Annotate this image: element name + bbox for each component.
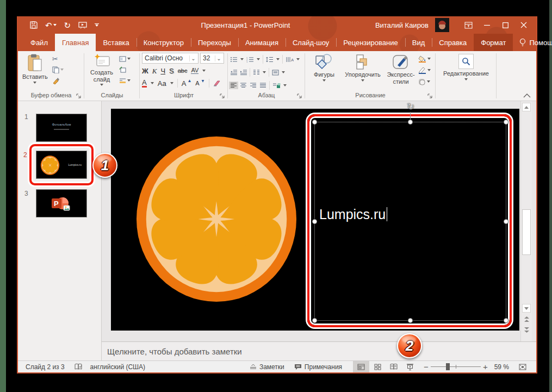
shape-fill-button[interactable]: [418, 55, 431, 63]
slide-sorter-view-button[interactable]: [369, 361, 386, 372]
previous-slide-button[interactable]: [523, 315, 531, 323]
scroll-up-arrow[interactable]: [522, 103, 531, 111]
clear-formatting-icon[interactable]: [213, 80, 221, 86]
scroll-down-arrow[interactable]: [522, 304, 531, 313]
text-direction-icon[interactable]: А: [286, 57, 294, 63]
zoom-slider[interactable]: [431, 361, 481, 372]
slide3-thumbnail[interactable]: P: [36, 189, 87, 217]
ribbon-display-options-icon[interactable]: [459, 18, 477, 32]
tell-me-assistant[interactable]: Помощн: [513, 34, 552, 51]
rotate-handle-icon[interactable]: ↻: [405, 102, 416, 112]
tab-home[interactable]: Главная: [55, 34, 96, 51]
shapes-button[interactable]: Фигуры: [307, 53, 341, 83]
user-avatar[interactable]: [435, 18, 449, 32]
character-spacing-button[interactable]: AV: [191, 67, 199, 74]
italic-button[interactable]: К: [152, 67, 157, 74]
align-center-button[interactable]: [240, 83, 247, 88]
change-case-button[interactable]: Аа: [158, 80, 166, 87]
cut-button[interactable]: ✂: [52, 55, 64, 63]
quick-styles-button[interactable]: Экспресс-стили: [384, 53, 417, 86]
align-left-button[interactable]: [230, 83, 237, 88]
arrange-button[interactable]: Упорядочить: [342, 53, 383, 83]
slide2-thumbnail[interactable]: Lumpics.ru: [36, 151, 87, 179]
convert-smartart-icon[interactable]: [272, 83, 281, 89]
tab-format[interactable]: Формат: [474, 34, 513, 51]
textbox-text[interactable]: Lumpics.ru: [319, 206, 387, 223]
handle-middle-right[interactable]: [504, 219, 508, 224]
clipboard-dialog-launcher[interactable]: [76, 94, 82, 99]
tab-animations[interactable]: Анимация: [238, 34, 286, 51]
fit-slide-to-window-button[interactable]: [514, 361, 531, 372]
undo-icon[interactable]: ↶: [45, 21, 57, 29]
redo-icon[interactable]: ↻: [64, 21, 71, 29]
handle-bottom-right[interactable]: [504, 318, 508, 323]
bold-button[interactable]: Ж: [142, 67, 148, 74]
tab-slideshow[interactable]: Слайд-шоу: [286, 34, 336, 51]
new-slide-button[interactable]: Создать слайд: [86, 53, 117, 87]
notes-toggle[interactable]: Заметки: [250, 363, 284, 371]
tab-design[interactable]: Конструктор: [137, 34, 191, 51]
bullets-icon[interactable]: [230, 57, 238, 63]
tab-review[interactable]: Рецензирование: [336, 34, 405, 51]
tab-file[interactable]: Файл: [23, 34, 55, 51]
handle-top-left[interactable]: [312, 120, 317, 125]
tab-view[interactable]: Вид: [405, 34, 432, 51]
underline-button[interactable]: Ч: [160, 67, 165, 74]
section-button[interactable]: [119, 77, 131, 84]
save-icon[interactable]: [30, 21, 38, 29]
collapse-ribbon-icon[interactable]: [523, 93, 531, 98]
close-button[interactable]: [514, 18, 533, 32]
normal-view-button[interactable]: [353, 361, 369, 372]
reset-slide-button[interactable]: [119, 66, 131, 73]
layout-button[interactable]: [119, 55, 131, 63]
language-indicator[interactable]: английский (США): [90, 363, 145, 371]
editing-button[interactable]: Редактирование: [441, 53, 491, 82]
shrink-font-button[interactable]: А: [195, 80, 199, 86]
slide1-thumbnail[interactable]: Фотоальбом: [36, 114, 87, 142]
comments-toggle[interactable]: Примечания: [294, 363, 342, 371]
handle-top-right[interactable]: [504, 120, 508, 125]
paste-button[interactable]: Вставить: [20, 53, 50, 85]
decrease-indent-icon[interactable]: [230, 70, 237, 75]
zoom-level[interactable]: 59 %: [494, 363, 509, 371]
shape-outline-button[interactable]: [418, 66, 431, 74]
tab-transitions[interactable]: Переходы: [191, 34, 238, 51]
tab-insert[interactable]: Вставка: [96, 34, 136, 51]
zoom-slider-thumb[interactable]: [446, 363, 450, 370]
grow-font-button[interactable]: А: [182, 80, 187, 87]
start-slideshow-icon[interactable]: [78, 22, 87, 29]
strikethrough-button[interactable]: abc: [178, 68, 188, 74]
minimize-button[interactable]: [477, 18, 496, 32]
columns-icon[interactable]: [253, 70, 260, 75]
orange-slice-graphic[interactable]: [136, 134, 297, 304]
paragraph-dialog-launcher[interactable]: [297, 94, 302, 99]
maximize-button[interactable]: [496, 18, 514, 32]
shape-effects-button[interactable]: [418, 78, 431, 85]
slide-canvas[interactable]: ↻ Lumpics.ru: [111, 109, 519, 331]
justify-button[interactable]: [259, 83, 266, 88]
align-text-icon[interactable]: [272, 70, 279, 76]
drawing-dialog-launcher[interactable]: [427, 94, 433, 99]
text-shadow-button[interactable]: S: [169, 67, 174, 74]
next-slide-button[interactable]: [523, 326, 531, 334]
font-dialog-launcher[interactable]: [220, 94, 225, 99]
zoom-in-button[interactable]: +: [483, 362, 488, 371]
handle-bottom-left[interactable]: [312, 318, 317, 323]
handle-bottom-center[interactable]: [408, 318, 413, 323]
notes-pane[interactable]: Щелкните, чтобы добавить заметки: [102, 341, 536, 360]
reading-view-button[interactable]: [386, 361, 402, 372]
handle-middle-left[interactable]: [312, 219, 317, 224]
spell-check-icon[interactable]: [75, 363, 83, 370]
font-name-combobox[interactable]: Calibri (Осно ⌄: [142, 53, 199, 64]
font-size-combobox[interactable]: 32 ⌄: [200, 53, 224, 64]
font-color-button[interactable]: А: [142, 79, 147, 88]
customize-qat-icon[interactable]: [95, 23, 99, 27]
copy-button[interactable]: [52, 66, 64, 73]
scrollbar-thumb[interactable]: [522, 209, 531, 255]
line-spacing-icon[interactable]: [266, 57, 274, 63]
align-right-button[interactable]: [250, 83, 257, 88]
slideshow-view-button[interactable]: [402, 361, 418, 372]
user-name[interactable]: Виталий Каиров: [375, 21, 429, 29]
format-painter-button[interactable]: [52, 77, 64, 84]
slide-counter[interactable]: Слайд 2 из 3: [26, 363, 65, 371]
